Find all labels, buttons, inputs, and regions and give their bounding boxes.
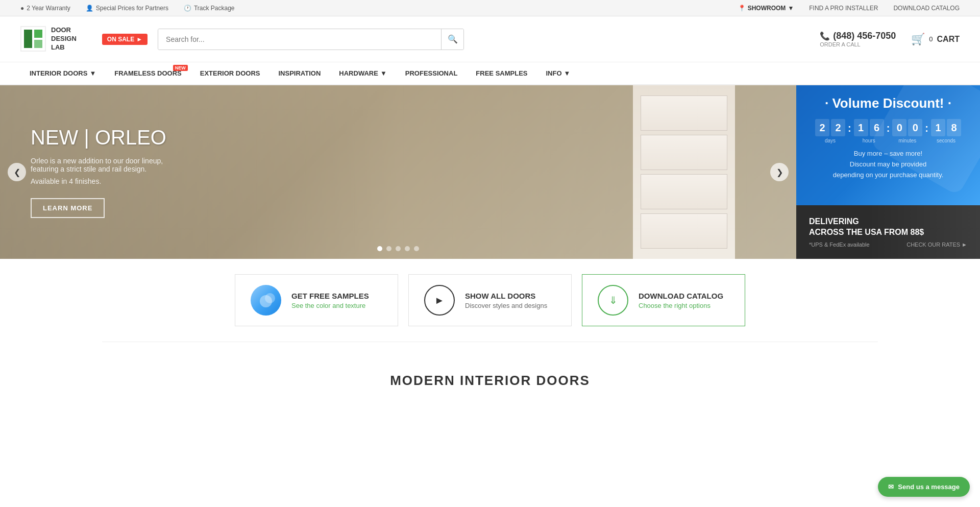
download-catalog-link[interactable]: DOWNLOAD CATALOG (893, 5, 960, 12)
cta-samples-text: GET FREE SAMPLES See the color and textu… (291, 292, 369, 309)
nav-professional-label: PROFESSIONAL (405, 69, 458, 77)
nav-professional[interactable]: PROFESSIONAL (396, 62, 467, 85)
cta-show-all-card[interactable]: ► SHOW ALL DOORS Discover styles and des… (408, 274, 572, 326)
volume-discount-panel[interactable]: · Volume Discount! · 2 2 days : 1 6 hour… (796, 85, 980, 205)
partners-item: 👤 Special Prices for Partners (86, 5, 168, 12)
learn-more-button[interactable]: LEARN MORE (31, 198, 105, 218)
check-rates-link[interactable]: CHECK OUR RATES ► (906, 242, 967, 248)
logo-icon (20, 26, 46, 52)
delivery-title-line1: DELIVERING (809, 216, 967, 227)
find-pro-link[interactable]: FIND A PRO INSTALLER (809, 5, 878, 12)
download-icon: ⇓ (598, 285, 628, 316)
nav-info-label: INFO (546, 69, 561, 77)
slider-next-button[interactable]: ❯ (770, 163, 789, 181)
nav-info[interactable]: INFO ▼ (536, 62, 579, 85)
svg-rect-2 (34, 40, 42, 48)
header: DOOR DESIGN LAB ON SALE ► 🔍 📞 (848) 456-… (0, 16, 980, 62)
cta-show-all-text: SHOW ALL DOORS Discover styles and desig… (465, 292, 547, 309)
new-badge: new (173, 65, 188, 71)
samples-icon (251, 285, 281, 316)
countdown-hours-d1: 1 (854, 119, 868, 136)
logo-area[interactable]: DOOR DESIGN LAB (20, 26, 77, 52)
order-call-text[interactable]: ORDER A CALL (820, 41, 860, 47)
door-panel-4 (641, 213, 727, 249)
door-panel-1 (641, 95, 727, 131)
countdown-days-d2: 2 (831, 119, 845, 136)
showroom-text: SHOWROOM (748, 5, 786, 12)
nav-free-samples[interactable]: FREE SAMPLES (467, 62, 536, 85)
delivery-banner[interactable]: DELIVERING ACROSS THE USA FROM 88$ *UPS … (796, 205, 980, 259)
hero-right-panel: · Volume Discount! · 2 2 days : 1 6 hour… (796, 85, 980, 259)
hero-subtitle: Orleo is a new addition to our door line… (31, 157, 166, 173)
nav-inspiration[interactable]: INSPIRATION (270, 62, 330, 85)
header-right: 📞 (848) 456-7050 ORDER A CALL 🛒 0 CART (820, 31, 960, 47)
countdown-days-label: days (825, 138, 836, 143)
partners-text: Special Prices for Partners (96, 5, 168, 12)
arrow-icon: ► (424, 285, 455, 316)
top-bar: ● 2 Year Warranty 👤 Special Prices for P… (0, 0, 980, 16)
countdown-days: 2 2 days (815, 119, 845, 143)
slider-dot-3[interactable] (396, 246, 401, 251)
door-panel-2 (641, 135, 727, 170)
search-bar: 🔍 (158, 29, 464, 50)
search-button[interactable]: 🔍 (441, 29, 463, 50)
warranty-item: ● 2 Year Warranty (20, 5, 70, 12)
showroom-chevron: ▼ (788, 5, 794, 12)
track-text: Track Package (194, 5, 235, 12)
nav-hardware-label: HARDWARE (339, 69, 378, 77)
on-sale-badge: ON SALE ► (102, 34, 148, 45)
phone-icon: 📞 (820, 31, 830, 41)
countdown-days-digits: 2 2 (815, 119, 845, 136)
phone-text: (848) 456-7050 (833, 31, 896, 41)
nav-exterior-doors[interactable]: EXTERIOR DOORS (191, 62, 270, 85)
slider-dots (377, 246, 419, 251)
cart-area[interactable]: 🛒 0 CART (911, 33, 960, 46)
nav-exterior-doors-label: EXTERIOR DOORS (200, 69, 260, 77)
hero-slider: NEW | ORLEO Orleo is a new addition to o… (0, 85, 796, 259)
slider-dot-5[interactable] (414, 246, 419, 251)
nav-interior-doors[interactable]: INTERIOR DOORS ▼ (20, 62, 105, 85)
cta-catalog-subtitle: Choose the right options (639, 302, 723, 309)
top-bar-left: ● 2 Year Warranty 👤 Special Prices for P… (20, 5, 235, 12)
location-icon: 📍 (738, 5, 746, 12)
cart-count: 0 (929, 35, 933, 43)
partners-icon: 👤 (86, 5, 93, 12)
hero-title: NEW | ORLEO (31, 126, 166, 149)
cta-catalog-card[interactable]: ⇓ DOWNLOAD CATALOG Choose the right opti… (582, 274, 745, 326)
download-catalog-text: DOWNLOAD CATALOG (893, 5, 960, 12)
door-panel-3 (641, 174, 727, 209)
nav-frameless-doors[interactable]: FRAMELESS DOORS new (105, 62, 190, 85)
slider-dot-4[interactable] (405, 246, 410, 251)
countdown-sep-1: : (848, 119, 851, 143)
track-icon: 🕐 (184, 5, 191, 12)
delivery-sub: *UPS & FedEx available CHECK OUR RATES ► (809, 242, 967, 248)
nav-hardware-chevron: ▼ (380, 69, 387, 77)
slider-dot-2[interactable] (386, 246, 391, 251)
search-input[interactable] (158, 29, 441, 50)
nav-info-chevron: ▼ (564, 69, 571, 77)
slider-prev-button[interactable]: ❮ (8, 163, 26, 181)
check-rates-text: CHECK OUR RATES (906, 242, 960, 248)
delivery-title: DELIVERING ACROSS THE USA FROM 88$ (809, 216, 967, 238)
svg-point-4 (260, 295, 272, 307)
cart-icon: 🛒 (911, 33, 925, 46)
nav-hardware[interactable]: HARDWARE ▼ (330, 62, 396, 85)
on-sale-arrow: ► (136, 36, 142, 43)
cta-section: GET FREE SAMPLES See the color and textu… (0, 259, 980, 342)
track-item: 🕐 Track Package (184, 5, 235, 12)
hero-door-decoration (633, 85, 735, 259)
logo-line1: DOOR (51, 26, 77, 35)
phone-number[interactable]: 📞 (848) 456-7050 (820, 31, 896, 41)
cta-samples-title: GET FREE SAMPLES (291, 292, 369, 300)
nav-bar: INTERIOR DOORS ▼ FRAMELESS DOORS new EXT… (0, 62, 980, 85)
slider-dot-1[interactable] (377, 246, 382, 251)
logo-line2: DESIGN (51, 35, 77, 43)
svg-rect-1 (34, 30, 42, 38)
find-pro-text: FIND A PRO INSTALLER (809, 5, 878, 12)
hero-available-text: Available in 4 finishes. (31, 177, 166, 185)
cta-samples-card[interactable]: GET FREE SAMPLES See the color and textu… (235, 274, 398, 326)
showroom-link[interactable]: 📍 SHOWROOM ▼ (738, 5, 794, 12)
warranty-text: 2 Year Warranty (27, 5, 70, 12)
delivery-title-line2: ACROSS THE USA FROM 88$ (809, 227, 967, 238)
logo-line3: LAB (51, 43, 77, 52)
